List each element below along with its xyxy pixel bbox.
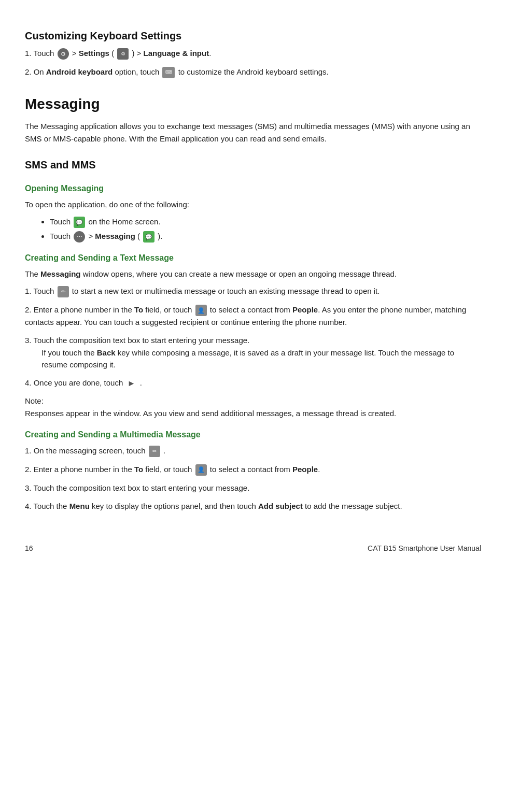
mm-step-2: 2. Enter a phone number in the To field,… (25, 463, 481, 476)
mm-step-3: 3. Touch the composition text box to sta… (25, 482, 481, 494)
bullet2-text: Touch (50, 232, 73, 240)
step1-sep1: > Settings ( (72, 49, 114, 58)
ms4-text: 4. Touch the Menu key to display the opt… (25, 500, 481, 512)
sms-mms-title: SMS and MMS (25, 157, 481, 173)
opening-messaging-title: Opening Messaging (25, 182, 481, 195)
note-label: Note: (25, 395, 481, 407)
send-icon: ► (126, 378, 136, 389)
note-text: Responses appear in the window. As you v… (25, 407, 481, 419)
messaging-intro: The Messaging application allows you to … (25, 120, 481, 145)
ms2-text: 2. Enter a phone number in the To field,… (25, 465, 194, 474)
ms1-text: 1. On the messaging screen, touch (25, 446, 148, 455)
bullet2-sep: > Messaging ( (88, 232, 140, 240)
page-number: 16 (25, 543, 33, 554)
bullet1-after: on the Home screen. (88, 217, 160, 226)
keyboard-step-1: 1. Touch ⚙ > Settings ( ⚙ ) > Language &… (25, 47, 481, 60)
compose2-icon: ✏ (149, 446, 160, 457)
messaging-green-icon: 💬 (143, 231, 154, 243)
compose-icon: ✏ (58, 286, 69, 297)
bullet-2: Touch ⋯ > Messaging ( 💬 ). (50, 230, 481, 243)
bullet2-after: ). (158, 232, 162, 240)
ts1-after: to start a new text or multimedia messag… (72, 287, 380, 295)
page-footer: 16 CAT B15 Smartphone User Manual (25, 543, 481, 554)
step1-text-before: Touch (33, 49, 54, 58)
keyboard-settings-title: Customizing Keyboard Settings (25, 28, 481, 44)
person2-icon: 👤 (195, 464, 207, 476)
step1-num: 1. (25, 49, 33, 58)
text-step-1: 1. Touch ✏ to start a new text or multim… (25, 285, 481, 297)
step1-sep2: ) > Language & input. (132, 49, 211, 58)
creating-text-title: Creating and Sending a Text Message (25, 252, 481, 265)
ts1-num: 1. Touch (25, 287, 57, 295)
page-content: Customizing Keyboard Settings 1. Touch ⚙… (25, 28, 481, 554)
opening-intro: To open the application, do one of the f… (25, 198, 481, 210)
person-icon: 👤 (195, 305, 207, 316)
ms2-after: to select a contact from People. (210, 465, 320, 474)
opening-bullets: Touch 💬 on the Home screen. Touch ⋯ > Me… (50, 216, 481, 243)
messaging-home-icon: 💬 (74, 217, 85, 228)
ms3-text: 3. Touch the composition text box to sta… (25, 482, 481, 494)
ms1-after: . (163, 446, 165, 455)
apps-circle-icon: ⋯ (74, 231, 85, 243)
ts2-text: 2. Enter a phone number in the To field,… (25, 305, 194, 314)
settings-circle-icon: ⚙ (58, 48, 69, 60)
ts3-sub: If you touch the Back key while composin… (41, 347, 481, 371)
text-step-4: 4. Once you are done, touch ► . (25, 377, 481, 389)
ts4-text: 4. Once you are done, touch (25, 378, 125, 387)
text-step-3: 3. Touch the composition text box to sta… (25, 334, 481, 371)
doc-title: CAT B15 Smartphone User Manual (368, 543, 481, 554)
mm-step-1: 1. On the messaging screen, touch ✏ . (25, 445, 481, 457)
step2-num: 2. On Android keyboard option, touch (25, 67, 161, 76)
settings-square-icon: ⚙ (117, 48, 129, 60)
mm-step-4: 4. Touch the Menu key to display the opt… (25, 500, 481, 512)
keyboard-step-2: 2. On Android keyboard option, touch ⌨ t… (25, 66, 481, 78)
creating-multimedia-title: Creating and Sending a Multimedia Messag… (25, 429, 481, 441)
messaging-title: Messaging (25, 93, 481, 115)
bullet1-text: Touch (50, 217, 73, 226)
keyboard-icon: ⌨ (162, 67, 175, 78)
step2-text-after: to customize the Android keyboard settin… (178, 67, 329, 76)
bullet-1: Touch 💬 on the Home screen. (50, 216, 481, 228)
messaging-section: Messaging The Messaging application allo… (25, 93, 481, 145)
text-step-2: 2. Enter a phone number in the To field,… (25, 304, 481, 328)
ts3-text: 3. Touch the composition text box to sta… (25, 334, 481, 346)
text-msg-intro: The Messaging window opens, where you ca… (25, 268, 481, 280)
ts4-after: . (140, 378, 142, 387)
note-block: Note: Responses appear in the window. As… (25, 395, 481, 419)
